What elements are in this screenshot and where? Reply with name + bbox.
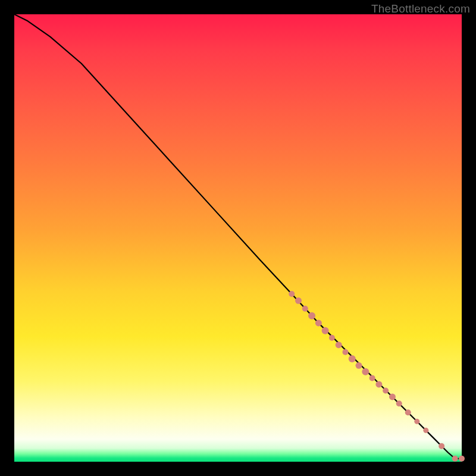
sample-points <box>289 291 465 462</box>
sample-point <box>295 298 302 304</box>
sample-point <box>302 306 308 312</box>
sample-point <box>336 342 342 348</box>
bottleneck-curve <box>14 14 462 459</box>
sample-point <box>389 393 396 400</box>
sample-point <box>329 335 335 341</box>
sample-point <box>289 291 295 297</box>
sample-point <box>356 362 362 369</box>
sample-point <box>439 443 444 449</box>
sample-point <box>375 381 382 387</box>
chart-overlay <box>14 14 462 462</box>
sample-point <box>315 320 322 326</box>
sample-point <box>362 368 369 375</box>
chart-plot-area <box>14 14 462 462</box>
watermark-text: TheBottleneck.com <box>371 2 470 15</box>
chart-stage: TheBottleneck.com <box>0 0 476 476</box>
sample-point <box>414 419 419 424</box>
sample-point <box>322 327 329 334</box>
sample-point <box>349 355 356 362</box>
sample-point <box>452 456 458 462</box>
sample-point <box>405 409 411 415</box>
sample-point <box>342 349 348 355</box>
sample-point <box>369 375 375 381</box>
sample-point <box>308 312 315 320</box>
sample-point <box>383 387 389 393</box>
sample-point <box>459 456 465 462</box>
sample-point <box>396 400 402 406</box>
sample-point <box>423 428 428 433</box>
